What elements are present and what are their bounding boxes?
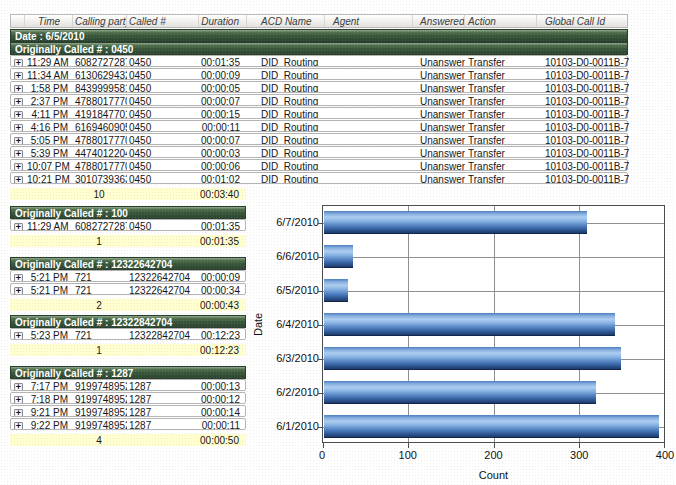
header-acd-name: ACD Name [247, 15, 325, 27]
cell-called: 1287 [127, 406, 199, 416]
bar-6/3/2010 [324, 347, 621, 370]
x-tick-label: 200 [484, 449, 502, 461]
expand-cell: + [11, 220, 25, 230]
x-tick-mark [408, 442, 409, 448]
group-summary: 4 00:00:50 [10, 434, 246, 446]
table-header-row: Time Calling party # Called # Duration A… [10, 14, 628, 28]
y-tick-mark [318, 359, 323, 360]
expand-icon[interactable]: + [14, 274, 23, 281]
summary-count: 1 [72, 235, 126, 247]
header-duration: Duration [199, 15, 247, 27]
expand-icon[interactable]: + [14, 223, 23, 230]
cell-agent [325, 121, 413, 131]
group-summary: 1 00:12:23 [10, 344, 246, 356]
expand-icon[interactable]: + [14, 383, 23, 390]
cell-called: 12322842704 [127, 329, 199, 339]
cell-calling-party: 721 [73, 271, 127, 281]
expand-icon[interactable]: + [14, 176, 23, 183]
expand-icon[interactable]: + [14, 85, 23, 92]
cell-duration: 00:01:35 [199, 220, 247, 230]
bar-6/7/2010 [324, 211, 587, 234]
summary-count: 2 [72, 299, 126, 311]
cell-called: 0450 [127, 108, 199, 118]
expand-icon[interactable]: + [14, 111, 23, 118]
expand-cell: + [11, 95, 25, 105]
calls-by-date-bar-chart: Date 6/7/20106/6/20106/5/20106/4/20106/3… [250, 197, 665, 481]
expand-icon[interactable]: + [14, 163, 23, 170]
cell-calling-party: 6082727287 [73, 56, 127, 66]
bar-6/2/2010 [324, 381, 596, 404]
cell-acd-name: DID_Routing [247, 121, 325, 131]
group-summary: 1 00:01:35 [10, 235, 246, 247]
expand-icon[interactable]: + [14, 287, 23, 294]
cell-duration: 00:12:23 [199, 329, 247, 339]
summary-count: 1 [72, 344, 126, 356]
cell-agent [325, 82, 413, 92]
cell-global-call-id: 10103-D0-0011B-768 [537, 56, 629, 66]
y-tick-mark [318, 291, 323, 292]
expand-icon[interactable]: + [14, 422, 23, 429]
cell-time: 5:21 PM [25, 284, 73, 294]
y-tick-label: 6/6/2010 [266, 239, 322, 273]
expand-icon[interactable]: + [14, 124, 23, 131]
cell-time: 1:58 PM [25, 82, 73, 92]
cell-calling-party: 6082727287 [73, 220, 127, 230]
group-band: Originally Called # : 12322642704 [10, 257, 246, 270]
cell-time: 5:23 PM [25, 329, 73, 339]
y-tick-label: 6/3/2010 [266, 341, 322, 375]
expand-cell: + [11, 108, 25, 118]
cell-answered: Unanswered [413, 173, 465, 183]
horizontal-gridline [323, 291, 664, 292]
y-tick-label: 6/1/2010 [266, 409, 322, 443]
cell-agent [325, 95, 413, 105]
x-tick-mark [494, 442, 495, 448]
expand-icon[interactable]: + [14, 150, 23, 157]
expand-cell: + [11, 82, 25, 92]
table-row: + 11:29 AM 6082727287 0450 00:01:35 [10, 219, 246, 231]
cell-called: 12322642704 [127, 271, 199, 281]
cell-global-call-id: 10103-D0-0011B-778 [537, 147, 629, 157]
expand-icon[interactable]: + [14, 72, 23, 79]
cell-global-call-id: 10103-D0-0011B-77F [537, 173, 629, 183]
table-row: + 4:16 PM 6169460905 0450 00:00:11 DID_R… [10, 120, 628, 132]
horizontal-gridline [323, 257, 664, 258]
cell-calling-party: 721 [73, 284, 127, 294]
expand-cell: + [11, 271, 25, 281]
cell-acd-name: DID_Routing [247, 82, 325, 92]
expand-icon[interactable]: + [14, 332, 23, 339]
y-tick-mark [318, 325, 323, 326]
cell-time: 9:22 PM [25, 419, 73, 429]
x-tick-label: 300 [570, 449, 588, 461]
cell-called: 1287 [127, 393, 199, 403]
group-rows: + 5:21 PM 721 12322642704 00:00:09 + 5:2… [10, 270, 246, 295]
y-tick-label: 6/7/2010 [266, 205, 322, 239]
bar-6/5/2010 [324, 279, 348, 302]
expand-icon[interactable]: + [14, 409, 23, 416]
y-tick-mark [318, 393, 323, 394]
cell-answered: Unanswered [413, 121, 465, 131]
expand-icon[interactable]: + [14, 98, 23, 105]
expand-icon[interactable]: + [14, 137, 23, 144]
expand-icon[interactable]: + [14, 59, 23, 66]
table-row: + 11:29 AM 6082727287 0450 00:01:35 DID_… [10, 55, 628, 67]
cell-calling-party: 4474012204 [73, 147, 127, 157]
header-called: Called # [127, 15, 199, 27]
cell-agent [325, 173, 413, 183]
group-summary: 10 00:03:40 [10, 188, 246, 200]
header-action: Action [465, 15, 537, 27]
table-row: + 10:07 PM 4788017770 0450 00:00:06 DID_… [10, 159, 628, 171]
cell-answered: Unanswered [413, 147, 465, 157]
cell-acd-name: DID_Routing [247, 147, 325, 157]
cell-answered: Unanswered [413, 108, 465, 118]
cell-duration: 00:00:11 [199, 121, 247, 131]
cell-called: 1287 [127, 380, 199, 390]
cell-time: 2:37 PM [25, 95, 73, 105]
cell-agent [325, 69, 413, 79]
cell-time: 10:07 PM [25, 160, 73, 170]
cell-global-call-id: 10103-D0-0011B-76F [537, 69, 629, 79]
expand-icon[interactable]: + [14, 396, 23, 403]
cell-calling-party: 4191847701 [73, 108, 127, 118]
cell-acd-name: DID_Routing [247, 160, 325, 170]
cell-duration: 00:00:11 [199, 419, 247, 429]
expand-cell: + [11, 393, 25, 403]
